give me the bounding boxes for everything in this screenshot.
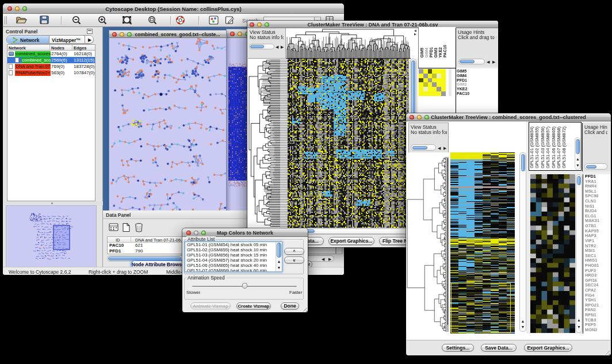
matrix-cell[interactable] xyxy=(441,78,446,83)
tab-network[interactable]: Network xyxy=(7,36,49,44)
network-window-1-titlebar[interactable]: combined_scores_good.txt--cluste... xyxy=(109,30,226,38)
tv1-label-scroll-strip[interactable]: ◀ ▶ xyxy=(411,28,418,59)
tv1-row-label[interactable]: PAC10 xyxy=(457,91,469,95)
matrix-cell[interactable] xyxy=(428,69,433,74)
tv2-row-dendrogram[interactable] xyxy=(406,152,450,334)
tv1-status-scrollbar[interactable] xyxy=(249,44,274,49)
matrix-cell[interactable] xyxy=(441,87,446,91)
tv2-zoom-vscrollbar[interactable]: ▲ ▼ xyxy=(576,174,582,333)
matrix-cell[interactable] xyxy=(428,82,433,87)
tv1-row-label[interactable]: GIM3 xyxy=(457,82,466,86)
matrix-cell[interactable] xyxy=(437,74,441,78)
tv2-column-label[interactable]: GPL51-03 (GSM856) xyxy=(540,127,545,168)
matrix-cell[interactable] xyxy=(437,78,441,83)
scroll-up-icon[interactable]: ▲ xyxy=(576,156,580,162)
column-header-edges[interactable]: Edges xyxy=(74,45,87,51)
tv1-row-label[interactable]: GIM4 xyxy=(457,74,466,78)
tv1-column-label[interactable]: GIM4 xyxy=(424,48,429,58)
tv2-zoom-heatmap[interactable] xyxy=(530,174,575,333)
tv1-row-label[interactable]: GIM5 xyxy=(457,69,466,73)
matrix-cell[interactable] xyxy=(419,91,423,96)
export-graphics-button[interactable]: Export Graphics... xyxy=(524,344,572,351)
network-view-canvas[interactable] xyxy=(109,38,226,213)
matrix-cell[interactable] xyxy=(441,91,446,96)
scroll-thumb[interactable] xyxy=(460,60,475,63)
tv1-column-label[interactable]: YKE2 xyxy=(438,47,442,58)
network-overview[interactable] xyxy=(6,205,97,267)
settings-button[interactable]: Settings... xyxy=(442,344,474,351)
tv2-column-label[interactable]: GPL51-08 (GSM872) xyxy=(561,127,567,168)
tv2-heatmap[interactable] xyxy=(450,152,515,334)
zoom-out-icon[interactable] xyxy=(71,16,82,24)
matrix-cell[interactable] xyxy=(432,91,437,96)
scroll-down-icon[interactable]: ▼ xyxy=(521,324,525,329)
vscroll-thumb[interactable] xyxy=(577,176,581,185)
zoom-in-icon[interactable] xyxy=(97,16,108,24)
tv2-column-label[interactable]: GPL51-01 (GSM854) xyxy=(529,127,534,168)
tv2-column-label[interactable]: GPL51-07 (GSM868) xyxy=(556,127,561,168)
matrix-cell[interactable] xyxy=(423,78,428,83)
resize-grip[interactable] xyxy=(603,348,610,355)
matrix-cell[interactable] xyxy=(432,74,437,78)
tv1-row-label[interactable]: YKE2 xyxy=(457,87,467,91)
main-titlebar[interactable]: Cytoscape Desktop (Session Name: collins… xyxy=(3,3,344,14)
tv1-hints-scrollbar[interactable] xyxy=(458,59,485,64)
tv2-status-scrollbar[interactable] xyxy=(411,144,436,151)
select-attributes-icon[interactable] xyxy=(109,223,118,232)
matrix-cell[interactable] xyxy=(423,91,428,96)
tv2-heatmap-vscrollbar[interactable]: ▲ ▼ xyxy=(519,152,526,332)
scroll-up-icon[interactable]: ▲ xyxy=(521,319,525,324)
matrix-cell[interactable] xyxy=(437,91,441,96)
open-file-icon[interactable] xyxy=(16,16,27,24)
column-header-network[interactable]: Network xyxy=(9,45,26,51)
scroll-right-icon[interactable]: ▶ xyxy=(443,145,446,151)
matrix-cell[interactable] xyxy=(428,74,433,78)
matrix-cell[interactable] xyxy=(419,78,423,83)
network-table-row[interactable]: RNAPuberNov2+563(0)107847(0) xyxy=(7,70,95,76)
move-down-button[interactable]: v xyxy=(284,256,304,263)
matrix-cell[interactable] xyxy=(428,87,433,91)
scroll-right-icon[interactable]: ▶ xyxy=(328,256,331,262)
scroll-left-icon[interactable]: ◀ xyxy=(322,256,324,262)
save-icon[interactable] xyxy=(40,16,51,24)
minimize-button[interactable] xyxy=(238,32,242,36)
matrix-cell[interactable] xyxy=(423,69,428,74)
scroll-down-icon[interactable]: ▼ xyxy=(277,265,281,270)
attribute-list-vscrollbar[interactable]: ▲ ▼ xyxy=(276,242,282,271)
tv1-column-label[interactable]: GIM3 xyxy=(434,48,438,58)
matrix-cell[interactable] xyxy=(437,69,441,74)
help-ring-icon[interactable] xyxy=(175,16,186,24)
tv1-column-label[interactable]: PFD1 xyxy=(429,47,433,58)
scroll-left-icon[interactable]: ◀ xyxy=(487,59,489,64)
export-graphics-button[interactable]: Export Graphics... xyxy=(328,237,374,245)
float-panel-icon[interactable] xyxy=(87,29,93,34)
vscroll-thumb[interactable] xyxy=(277,243,281,258)
create-vizmap-button[interactable]: Create Vizmap xyxy=(236,302,271,309)
panel-splitter[interactable] xyxy=(3,201,103,205)
tv2-hints-scrollbar[interactable] xyxy=(584,163,607,170)
vscroll-thumb[interactable] xyxy=(576,139,580,154)
done-button[interactable]: Done xyxy=(281,302,299,309)
tab-overflow-arrow[interactable]: ▶ xyxy=(85,36,94,44)
attribute-column-header[interactable]: DNA and Tran 07-21-06... xyxy=(135,237,184,243)
column-header-nodes[interactable]: Nodes xyxy=(51,45,64,51)
matrix-cell[interactable] xyxy=(432,82,437,87)
gene-label[interactable]: MON2 xyxy=(585,328,610,333)
matrix-cell[interactable] xyxy=(419,69,423,74)
matrix-cell[interactable] xyxy=(419,82,423,87)
matrix-cell[interactable] xyxy=(423,87,428,91)
scroll-left-icon[interactable]: ◀ xyxy=(438,145,441,151)
matrix-cell[interactable] xyxy=(437,87,441,91)
vizmapper-icon[interactable] xyxy=(209,16,220,24)
matrix-cell[interactable] xyxy=(428,78,433,83)
matrix-cell[interactable] xyxy=(423,82,428,87)
hscroll-thumb[interactable] xyxy=(108,256,181,260)
scroll-thumb[interactable] xyxy=(586,165,596,168)
matrix-cell[interactable] xyxy=(441,69,446,74)
tv1-row-label[interactable]: PFD1 xyxy=(457,78,467,82)
scroll-down-icon[interactable]: ▼ xyxy=(576,163,580,168)
dialog-titlebar[interactable]: Map Colors to Network xyxy=(182,228,308,237)
zoom-fit-icon[interactable] xyxy=(122,16,133,24)
matrix-cell[interactable] xyxy=(432,69,437,74)
matrix-cell[interactable] xyxy=(419,87,423,91)
